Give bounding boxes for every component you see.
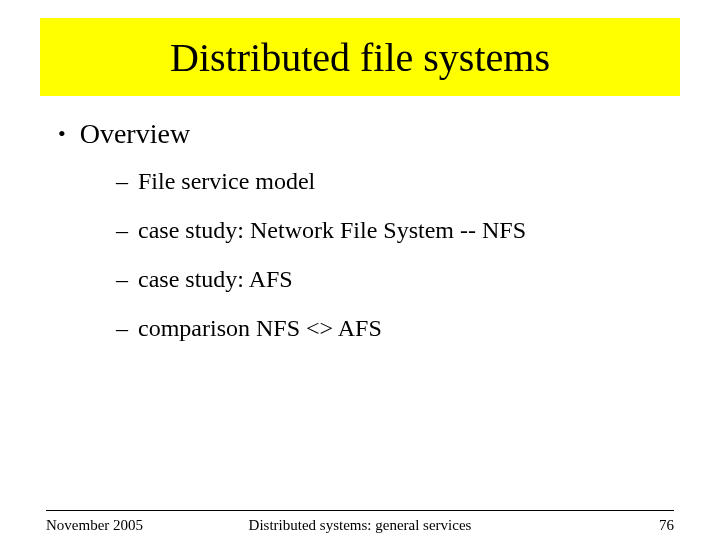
title-bar: Distributed file systems xyxy=(40,18,680,96)
bullet-dash-icon: – xyxy=(116,266,128,293)
bullet-level2: – comparison NFS <> AFS xyxy=(116,315,662,342)
slide: Distributed file systems • Overview – Fi… xyxy=(0,18,720,540)
footer-divider xyxy=(46,510,674,511)
bullet-level2: – case study: Network File System -- NFS xyxy=(116,217,662,244)
content-area: • Overview – File service model – case s… xyxy=(0,96,720,342)
subitem-list: – File service model – case study: Netwo… xyxy=(58,168,662,342)
subitem-label: File service model xyxy=(138,168,315,195)
bullet-dash-icon: – xyxy=(116,168,128,195)
bullet-level1-label: Overview xyxy=(80,118,190,150)
bullet-level2: – File service model xyxy=(116,168,662,195)
slide-title: Distributed file systems xyxy=(170,34,550,81)
bullet-dash-icon: – xyxy=(116,315,128,342)
bullet-dot-icon: • xyxy=(58,123,66,145)
footer: November 2005 Distributed systems: gener… xyxy=(0,510,720,534)
bullet-level2: – case study: AFS xyxy=(116,266,662,293)
bullet-dash-icon: – xyxy=(116,217,128,244)
subitem-label: comparison NFS <> AFS xyxy=(138,315,382,342)
bullet-level1: • Overview xyxy=(58,118,662,150)
footer-row: November 2005 Distributed systems: gener… xyxy=(46,517,674,534)
subitem-label: case study: Network File System -- NFS xyxy=(138,217,526,244)
footer-subject: Distributed systems: general services xyxy=(231,517,490,534)
subitem-label: case study: AFS xyxy=(138,266,293,293)
footer-page-number: 76 xyxy=(489,517,674,534)
footer-date: November 2005 xyxy=(46,517,231,534)
